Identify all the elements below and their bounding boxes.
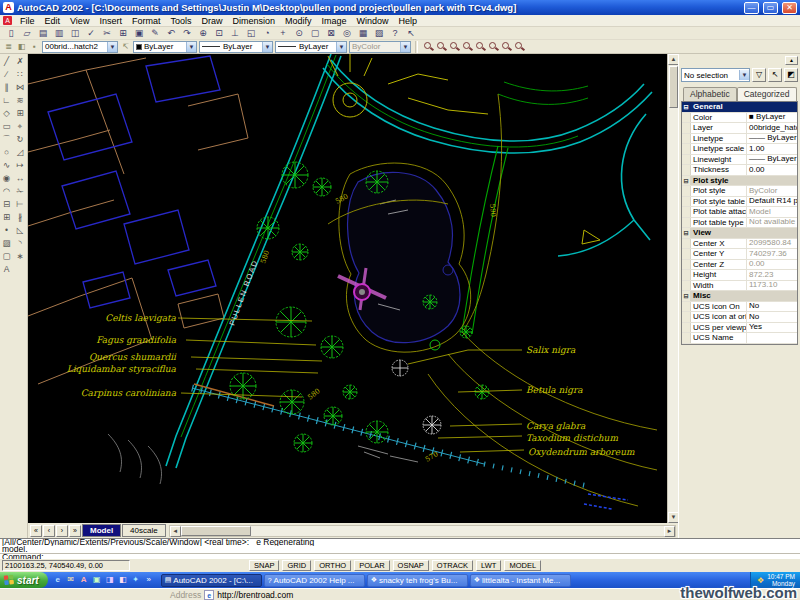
collapse-icon[interactable] <box>682 323 691 333</box>
collapse-icon[interactable] <box>682 207 691 217</box>
property-value[interactable]: Not available <box>747 217 797 227</box>
match-properties-icon[interactable]: ✎ <box>147 27 163 39</box>
undo-icon[interactable]: ↶ <box>163 27 179 39</box>
print-icon[interactable]: ▥ <box>51 27 67 39</box>
property-row[interactable]: Width 1173.10 <box>682 281 797 292</box>
make-block-icon[interactable]: ⊞ <box>0 210 13 223</box>
minimize-button[interactable]: — <box>744 2 759 14</box>
menu-item[interactable]: Format <box>127 16 166 26</box>
tab-alphabetic[interactable]: Alphabetic <box>683 87 737 101</box>
zoom-window-tool-icon[interactable] <box>422 41 435 53</box>
property-row[interactable]: Center X 2099580.84 <box>682 239 797 250</box>
property-value[interactable]: Model <box>747 207 797 217</box>
address-url[interactable]: http://brentroad.com <box>217 590 293 600</box>
chevron-down-icon[interactable]: ▼ <box>107 42 117 52</box>
close-button[interactable]: ✕ <box>782 2 797 14</box>
taskbar-task-snacky[interactable]: ❖ snacky teh frog's Bu... <box>367 574 468 587</box>
chevron-down-icon[interactable]: ▼ <box>186 42 196 52</box>
polyline-icon[interactable]: ∟ <box>0 93 13 106</box>
array-icon[interactable]: ⊞ <box>14 106 27 119</box>
insert-hyperlink-icon[interactable]: ⊕ <box>195 27 211 39</box>
zoom-extents-tool-icon[interactable] <box>513 41 526 53</box>
lineweight-dropdown[interactable]: ByLayer ▼ <box>275 41 347 53</box>
menu-item[interactable]: Window <box>352 16 394 26</box>
property-value[interactable]: —— ByLayer <box>747 133 797 143</box>
property-row[interactable]: Thickness 0.00 <box>682 165 797 176</box>
menu-item[interactable]: Edit <box>40 16 66 26</box>
property-value[interactable]: 740297.36 <box>747 249 797 259</box>
pan-realtime-icon[interactable]: + <box>275 27 291 39</box>
construction-line-icon[interactable]: ∕ <box>0 67 13 80</box>
status-toggle-button[interactable]: GRID <box>282 560 311 571</box>
quicklaunch-media-icon[interactable]: ▣ <box>91 574 103 586</box>
zoom-window-icon[interactable]: ▢ <box>307 27 323 39</box>
tab-nav-button[interactable]: » <box>69 525 81 537</box>
menu-item[interactable]: Image <box>317 16 352 26</box>
cut-icon[interactable]: ✂ <box>99 27 115 39</box>
property-row[interactable]: Color ■ ByLayer <box>682 113 797 124</box>
command-window[interactable]: [All/Center/Dynamic/Extents/Previous/Sca… <box>0 538 800 559</box>
menu-item[interactable]: Insert <box>94 16 127 26</box>
property-row[interactable]: Plot table type Not available <box>682 218 797 229</box>
hatch-icon[interactable]: ▨ <box>0 236 13 249</box>
tab-nav-button[interactable]: ‹ <box>43 525 55 537</box>
multiline-icon[interactable]: ∥ <box>0 80 13 93</box>
property-row[interactable]: UCS icon at origin No <box>682 312 797 323</box>
collapse-icon[interactable] <box>682 302 691 312</box>
tab-model[interactable]: Model <box>82 524 121 537</box>
zoom-center-tool-icon[interactable] <box>461 41 474 53</box>
erase-icon[interactable]: ✗ <box>14 54 27 67</box>
explode-icon[interactable]: ∗ <box>14 249 27 262</box>
status-toggle-button[interactable]: POLAR <box>354 560 389 571</box>
lengthen-icon[interactable]: ↔ <box>14 171 27 184</box>
property-value[interactable]: 1.00 <box>747 144 797 154</box>
circle-icon[interactable]: ○ <box>0 145 13 158</box>
scroll-right-icon[interactable]: ► <box>664 526 675 537</box>
aerial-view-icon[interactable]: ◎ <box>339 27 355 39</box>
property-value[interactable]: 00bridge_hatch2 <box>747 123 797 133</box>
document-icon[interactable]: A <box>3 16 12 25</box>
collapse-icon[interactable] <box>682 270 691 280</box>
property-value[interactable]: ■ ByLayer <box>747 112 797 122</box>
collapse-icon[interactable]: ⊟ <box>682 228 691 238</box>
collapse-icon[interactable] <box>682 113 691 123</box>
property-row[interactable]: Height 872.23 <box>682 270 797 281</box>
collapse-icon[interactable] <box>682 281 691 291</box>
palette-scroll-up-icon[interactable]: ▲ <box>785 56 798 65</box>
named-views-icon[interactable]: ◱ <box>243 27 259 39</box>
select-objects-icon[interactable]: ↖ <box>768 68 782 82</box>
whats-this-icon[interactable]: ↖ <box>403 27 419 39</box>
collapse-icon[interactable]: ⊟ <box>682 102 691 112</box>
collapse-icon[interactable] <box>682 144 691 154</box>
collapse-icon[interactable] <box>682 239 691 249</box>
quicklaunch-ie-icon[interactable]: e <box>52 574 64 586</box>
status-toggle-button[interactable]: OTRACK <box>432 560 473 571</box>
property-value[interactable]: No <box>747 312 797 322</box>
arc-icon[interactable]: ⌒ <box>0 132 13 145</box>
copy-icon[interactable]: ⊞ <box>115 27 131 39</box>
property-row[interactable]: Linetype —— ByLayer <box>682 134 797 145</box>
zoom-dynamic-tool-icon[interactable] <box>435 41 448 53</box>
layouts-icon[interactable]: ▦ <box>355 27 371 39</box>
menu-item[interactable]: Modify <box>280 16 317 26</box>
object-snap-icon[interactable]: ⊡ <box>211 27 227 39</box>
quick-select-icon[interactable]: ▽ <box>752 68 766 82</box>
print-preview-icon[interactable]: ◫ <box>67 27 83 39</box>
stretch-icon[interactable]: ↦ <box>14 158 27 171</box>
tab-nav-button[interactable]: › <box>56 525 68 537</box>
menu-item[interactable]: File <box>15 16 40 26</box>
menu-item[interactable]: Help <box>394 16 423 26</box>
zoom-in-tool-icon[interactable] <box>474 41 487 53</box>
property-row[interactable]: UCS Name <box>682 333 797 344</box>
offset-icon[interactable]: ≋ <box>14 93 27 106</box>
tab-40scale[interactable]: 40scale <box>122 524 166 537</box>
property-row[interactable]: Plot table attached to Model <box>682 207 797 218</box>
quicklaunch-mail-icon[interactable]: ✉ <box>65 574 77 586</box>
property-value[interactable]: 0.00 <box>747 259 797 269</box>
layers-icon[interactable]: ◧ <box>16 41 27 52</box>
property-value[interactable]: Yes <box>747 322 797 332</box>
ellipse-icon[interactable]: ◉ <box>0 171 13 184</box>
copy-object-icon[interactable]: ∷ <box>14 67 27 80</box>
horizontal-scrollbar[interactable]: ◄ ► <box>169 525 676 537</box>
zoom-previous-icon[interactable]: ⊠ <box>323 27 339 39</box>
